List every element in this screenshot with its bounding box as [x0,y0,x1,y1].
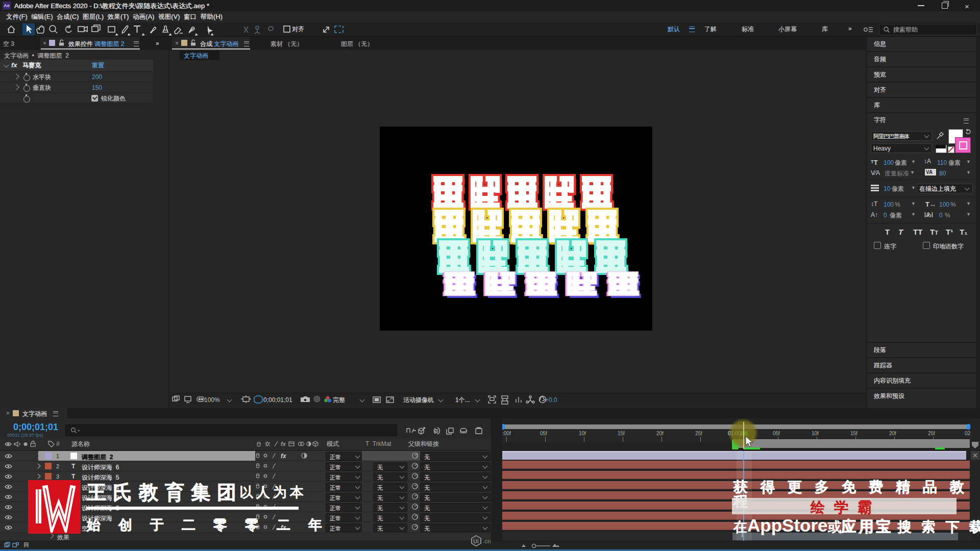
svg-text:Ui: Ui [473,538,479,544]
svg-text:fx: fx [281,441,286,447]
svg-text:fx: fx [281,453,287,460]
svg-text:-cn: -cn [483,538,491,544]
